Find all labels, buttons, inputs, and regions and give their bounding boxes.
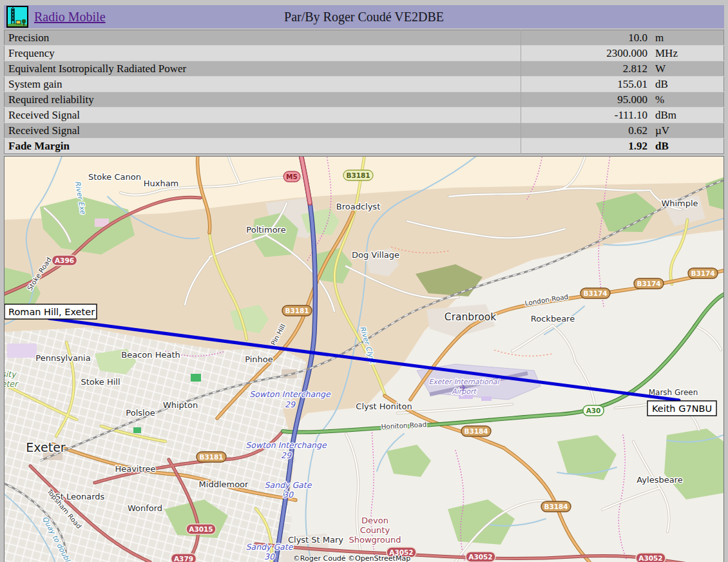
map-label: 29: [281, 451, 292, 460]
map-label: 30: [264, 552, 275, 561]
map-label: Stoke Hill: [81, 377, 120, 387]
row-label: Equivalent Isotropically Radiated Power: [5, 61, 521, 77]
map-label: Sowton Interchange: [245, 440, 327, 450]
svg-text:A3052: A3052: [468, 553, 492, 561]
report-row: Received Signal -111.10 dBm: [5, 108, 724, 123]
road-badge: A3015: [186, 524, 216, 534]
map-label: Rockbeare: [531, 314, 575, 324]
svg-text:M5: M5: [286, 173, 298, 180]
road-badge: A3052: [636, 553, 666, 562]
svg-text:A3052: A3052: [638, 554, 662, 562]
report-row: Frequency 2300.000 MHz: [5, 46, 724, 61]
report-row: Precision 10.0 m: [5, 30, 724, 46]
row-value: 95.000: [521, 92, 652, 108]
svg-text:B3184: B3184: [464, 427, 488, 435]
airplane-icon: ✈: [459, 382, 468, 394]
row-label: Required reliability: [5, 92, 521, 108]
row-label: Received Signal: [5, 123, 521, 139]
row-value: -111.10: [521, 108, 652, 123]
road-badge: A3052: [466, 552, 495, 562]
map-label: Broadclyst: [336, 202, 380, 211]
site-label-to[interactable]: Keith G7NBU: [652, 403, 712, 414]
map-label: Whipton: [163, 400, 198, 410]
radio-tower-icon: [6, 6, 28, 28]
report-row: Equivalent Isotropically Radiated Power …: [5, 61, 724, 77]
row-value: 2300.000: [521, 46, 652, 61]
row-label: System gain: [5, 77, 521, 92]
map-label: Heavitree: [115, 464, 155, 474]
road-badge: A30: [583, 405, 604, 416]
radio-mobile-link[interactable]: Radio Mobile: [34, 10, 106, 24]
map-label: Poltimore: [246, 225, 285, 235]
road-badge: B3181: [282, 305, 312, 316]
row-unit: %: [651, 92, 724, 108]
map-label: Aylesbeare: [637, 475, 682, 485]
row-unit: MHz: [651, 46, 724, 61]
map-label: Exeter: [5, 379, 19, 389]
row-value: 155.01: [521, 77, 652, 92]
site-marker-to[interactable]: Keith G7NBU: [647, 401, 716, 416]
map-view[interactable]: Stoke CanonHuxhamBroadclystPoltimoreDog …: [4, 156, 724, 562]
row-value: 10.0: [521, 30, 652, 46]
map-label: Exeter: [26, 440, 65, 454]
map-label: University: [5, 369, 17, 379]
link-report-table: Precision 10.0 m Frequency 2300.000 MHz …: [4, 30, 724, 154]
svg-text:B3184: B3184: [544, 503, 568, 510]
report-row-fade-margin: Fade Margin 1.92 dB: [5, 139, 724, 154]
road-badge: A379: [171, 554, 196, 562]
report-row: System gain 155.01 dB: [5, 77, 724, 92]
svg-text:B3174: B3174: [583, 289, 607, 297]
road-badge: B3174: [688, 268, 718, 278]
svg-text:A379: A379: [174, 555, 193, 562]
row-unit: W: [651, 61, 724, 77]
map-label: Beacon Heath: [121, 350, 180, 360]
row-unit: dBm: [651, 108, 724, 123]
road-badge: B3181: [196, 452, 226, 462]
road-badge: B3184: [461, 426, 491, 436]
row-label: Frequency: [5, 46, 521, 61]
road-badge: B3174: [634, 278, 664, 289]
row-label: Precision: [5, 30, 521, 46]
road-badge: B3181: [343, 170, 373, 180]
svg-text:B3174: B3174: [691, 269, 714, 277]
map-label: Clyst Honiton: [356, 402, 412, 411]
map-label: 29: [285, 400, 296, 409]
map-label: Wonford: [128, 503, 162, 513]
row-label: Received Signal: [5, 108, 521, 123]
map-label: County: [360, 525, 390, 535]
svg-text:B3174: B3174: [637, 280, 660, 287]
road-badge: B3184: [541, 501, 571, 512]
svg-text:B3181: B3181: [346, 171, 370, 179]
row-unit: dB: [651, 77, 724, 92]
map-label: Dog Village: [352, 250, 399, 260]
map-label: 30: [283, 490, 294, 499]
report-row: Received Signal 0.62 µV: [5, 123, 724, 139]
row-label: Fade Margin: [5, 139, 521, 154]
map-label: Clyst St Mary: [288, 535, 343, 545]
svg-text:B3181: B3181: [199, 453, 223, 461]
map-label: Sandy Gate: [265, 480, 312, 490]
map-label: Sandy Gate: [246, 542, 294, 552]
row-value: 0.62: [521, 123, 652, 139]
map-label: Showground: [349, 535, 401, 545]
credit-text: Par/By Roger Coudé VE2DBE: [4, 10, 724, 24]
map-label: Pinhoe: [245, 354, 273, 364]
report-row: Required reliability 95.000 %: [5, 92, 724, 108]
site-label-from[interactable]: Roman Hill, Exeter: [8, 307, 95, 317]
row-unit: dB: [651, 139, 724, 154]
map-label: Pennsylvania: [35, 353, 90, 363]
svg-text:A30: A30: [586, 407, 601, 414]
road-badge: A396: [52, 255, 77, 266]
site-marker-from[interactable]: Roman Hill, Exeter: [5, 304, 97, 319]
svg-text:A396: A396: [55, 257, 74, 264]
map-label: Sowton Interchange: [249, 389, 331, 399]
header-bar: Radio Mobile Par/By Roger Coudé VE2DBE: [4, 5, 724, 28]
map-label: Devon: [361, 516, 388, 525]
road-badge: M5: [283, 171, 300, 182]
map-label: Middlemoor: [199, 480, 249, 489]
map-label: Stoke Canon: [88, 172, 141, 182]
row-unit: µV: [651, 123, 724, 139]
map-label: Cranbrook: [445, 311, 496, 323]
map-label: Whimple: [661, 199, 698, 208]
row-value: 1.92: [521, 139, 652, 154]
